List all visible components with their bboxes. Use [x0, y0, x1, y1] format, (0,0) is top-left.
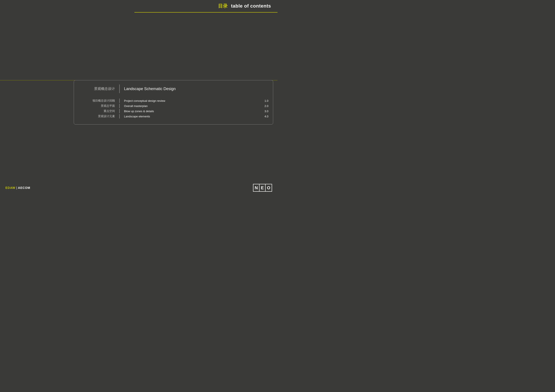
toc-english-3: Blow up zones & details [120, 110, 258, 113]
horizontal-divider [0, 80, 278, 80]
toc-row-3: 重点空间 Blow up zones & details 3.0 [76, 109, 271, 113]
section-title-row: 景观概念设计 Landscape Schematic Design [76, 85, 271, 93]
toc-chinese-3: 重点空间 [76, 109, 119, 113]
footer-divider: | [16, 186, 17, 190]
neo-logo: NEO [253, 184, 272, 192]
toc-chinese-1: 项目概念设计回顾 [76, 99, 119, 103]
toc-row-4: 景观设计元素 Landscape elements 4.0 [76, 114, 271, 118]
neo-letter-e: E [260, 184, 266, 191]
footer-logo-left: EDAW | AECOM [5, 186, 30, 190]
toc-chinese-4: 景观设计元素 [76, 114, 119, 118]
toc-row-2: 景观总平面 Overall masterplan 2.0 [76, 104, 271, 108]
toc-number-2: 2.0 [264, 104, 271, 108]
toc-table: 项目概念设计回顾 Project conceptual design revie… [76, 99, 271, 118]
toc-row-1: 项目概念设计回顾 Project conceptual design revie… [76, 99, 271, 103]
footer: EDAW | AECOM NEO [5, 184, 272, 192]
neo-letter-n: N [253, 184, 260, 191]
toc-chinese-2: 景观总平面 [76, 104, 119, 108]
toc-number-3: 3.0 [264, 110, 271, 113]
toc-number-4: 4.0 [264, 115, 271, 118]
header-bar: 目录 table of contents [134, 0, 278, 13]
toc-english-1: Project conceptual design review [120, 99, 258, 102]
section-title-english: Landscape Schematic Design [120, 87, 175, 91]
header-title-english: table of contents [231, 3, 271, 9]
content-section: 景观概念设计 Landscape Schematic Design 项目概念设计… [76, 85, 271, 118]
header-title: 目录 table of contents [218, 3, 271, 9]
footer-aecom-label: AECOM [18, 186, 30, 190]
toc-english-4: Landscape elements [120, 115, 258, 118]
section-title-chinese: 景观概念设计 [76, 87, 119, 91]
header-title-chinese: 目录 [218, 3, 228, 9]
toc-english-2: Overall masterplan [120, 104, 258, 108]
footer-edaw-label: EDAW [5, 186, 15, 190]
toc-number-1: 1.0 [264, 99, 271, 102]
neo-letter-o: O [266, 184, 272, 191]
